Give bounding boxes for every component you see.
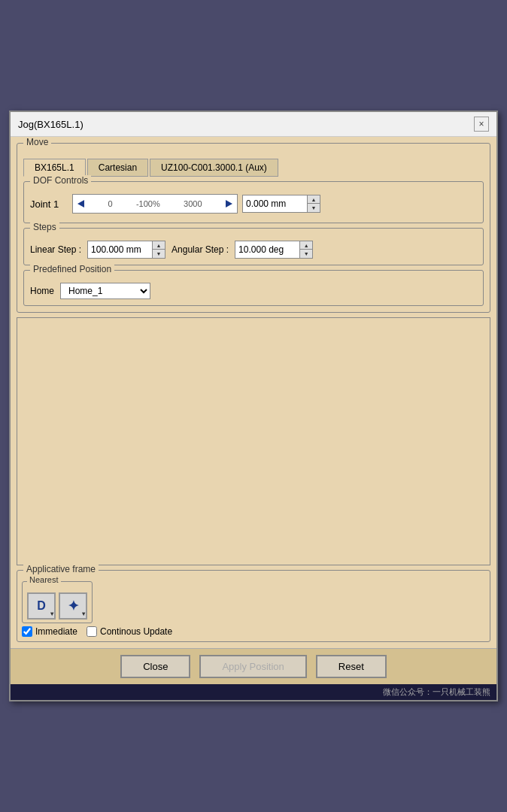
nearest-icon-1-arrow: ▾ (50, 611, 53, 617)
linear-spinbox-up[interactable]: ▲ (153, 241, 165, 250)
home-label: Home (30, 286, 54, 296)
angular-spinbox-down[interactable]: ▼ (300, 250, 312, 258)
linear-step-input[interactable] (88, 241, 152, 258)
nearest-icon-btn-1[interactable]: D ▾ (27, 592, 56, 620)
applicative-group-label: Applicative frame (23, 564, 99, 574)
dof-controls-group: DOF Controls Joint 1 0 -100% 3000 (23, 181, 484, 223)
linear-spinbox-buttons: ▲ ▼ (152, 241, 165, 258)
immediate-checkbox-item[interactable]: Immediate (22, 626, 77, 637)
dof-controls-label: DOF Controls (30, 175, 91, 186)
move-group-label: Move (23, 137, 51, 147)
slider-right-arrow[interactable] (226, 200, 232, 208)
continuous-label: Continous Update (100, 626, 172, 637)
slider-mid: -100% (136, 199, 160, 208)
continuous-checkbox[interactable] (87, 626, 97, 637)
angular-step-spinbox: ▲ ▼ (235, 241, 313, 259)
tab-cartesian[interactable]: Cartesian (87, 159, 148, 177)
nearest-group: Nearest D ▾ ✦ ▾ (22, 581, 93, 623)
watermark-text: 微信公众号：一只机械工装熊 (383, 687, 490, 696)
apply-position-button[interactable]: Apply Position (199, 655, 306, 678)
nearest-icon-btn-2[interactable]: ✦ ▾ (59, 592, 87, 620)
dof-spinbox-buttons: ▲ ▼ (307, 195, 320, 212)
steps-group: Steps Linear Step : ▲ ▼ Angular Step : (23, 228, 484, 265)
dof-value-input[interactable] (243, 195, 307, 212)
footer: Close Apply Position Reset (11, 648, 496, 684)
dof-value-spinbox: ▲ ▼ (242, 195, 320, 213)
steps-group-label: Steps (30, 222, 59, 232)
nearest-icon-2-arrow: ▾ (82, 611, 85, 617)
main-content-area (17, 317, 490, 565)
angular-step-input[interactable] (235, 241, 299, 258)
move-group: Move BX165L.1 Cartesian UZ100-C001.3000.… (17, 143, 490, 313)
immediate-checkbox[interactable] (22, 626, 32, 637)
watermark-bar: 微信公众号：一只机械工装熊 (11, 684, 496, 700)
close-window-button[interactable]: × (474, 117, 489, 132)
angular-step-label: Angular Step : (172, 244, 229, 255)
tabs-container: BX165L.1 Cartesian UZ100-C001.3000.1 (Au… (23, 159, 484, 177)
predefined-group-label: Predefined Position (30, 264, 114, 274)
reset-button[interactable]: Reset (316, 655, 387, 678)
applicative-frame-group: Applicative frame Nearest D ▾ ✦ ▾ Im (17, 570, 490, 642)
checkboxes-row: Immediate Continous Update (22, 626, 485, 637)
dof-spinbox-down[interactable]: ▼ (308, 204, 320, 212)
main-window: Jog(BX165L.1) × Move BX165L.1 Cartesian … (9, 111, 498, 701)
close-button[interactable]: Close (120, 655, 190, 678)
steps-row: Linear Step : ▲ ▼ Angular Step : ▲ ▼ (30, 241, 477, 259)
angular-spinbox-buttons: ▲ ▼ (299, 241, 312, 258)
window-body: Move BX165L.1 Cartesian UZ100-C001.3000.… (11, 137, 496, 648)
home-dropdown[interactable]: Home_1 Home_2 (60, 283, 150, 299)
title-bar: Jog(BX165L.1) × (11, 112, 496, 137)
dof-row: Joint 1 0 -100% 3000 (30, 194, 477, 214)
tab-uz100[interactable]: UZ100-C001.3000.1 (Aux) (150, 159, 278, 177)
nearest-label: Nearest (27, 575, 61, 584)
predefined-row: Home Home_1 Home_2 (30, 283, 477, 299)
dof-slider[interactable]: 0 -100% 3000 (72, 194, 238, 214)
angular-spinbox-up[interactable]: ▲ (300, 241, 312, 250)
joint-label: Joint 1 (30, 198, 68, 210)
linear-step-label: Linear Step : (30, 244, 81, 255)
nearest-icon-1-text: D (37, 599, 46, 613)
tab-bx165l1[interactable]: BX165L.1 (23, 159, 86, 177)
nearest-icon-2-symbol: ✦ (68, 598, 79, 614)
slider-left-arrow[interactable] (77, 200, 84, 208)
predefined-position-group: Predefined Position Home Home_1 Home_2 (23, 270, 484, 306)
slider-max: 3000 (184, 199, 202, 208)
linear-spinbox-down[interactable]: ▼ (153, 250, 165, 258)
continuous-checkbox-item[interactable]: Continous Update (87, 626, 172, 637)
immediate-label: Immediate (35, 626, 77, 637)
linear-step-spinbox: ▲ ▼ (87, 241, 165, 259)
dof-spinbox-up[interactable]: ▲ (308, 195, 320, 204)
slider-min: 0 (108, 199, 112, 208)
window-title: Jog(BX165L.1) (18, 119, 83, 130)
